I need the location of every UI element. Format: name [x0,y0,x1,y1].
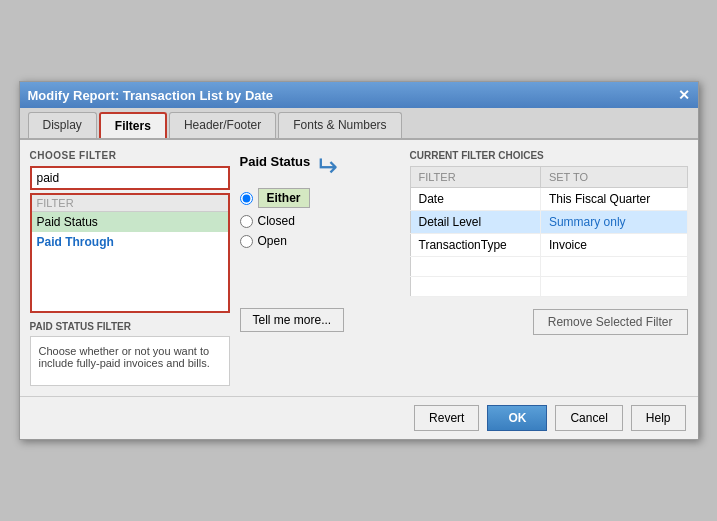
filter-cell: Detail Level [410,211,540,234]
col-filter: FILTER [410,167,540,188]
middle-top: Paid Status ↵ [240,150,400,183]
radio-closed[interactable]: Closed [240,214,400,228]
title-bar: Modify Report: Transaction List by Date … [20,82,698,108]
col-set-to: SET TO [540,167,687,188]
filter-title: Paid Status [240,154,311,169]
bottom-bar: Revert OK Cancel Help [20,396,698,439]
cancel-button[interactable]: Cancel [555,405,622,431]
tab-filters[interactable]: Filters [99,112,167,138]
set-to-cell: Summary only [540,211,687,234]
filter-list-header: FILTER [32,195,228,212]
arrow-icon: ↵ [315,150,338,183]
paid-status-description: Choose whether or not you want to includ… [30,336,230,386]
revert-button[interactable]: Revert [414,405,479,431]
middle-panel: Paid Status ↵ Either Closed Open Tell me… [240,150,400,386]
closed-label: Closed [258,214,295,228]
tab-bar: Display Filters Header/Footer Fonts & Nu… [20,108,698,140]
filter-cell: Date [410,188,540,211]
tab-display[interactable]: Display [28,112,97,138]
paid-status-section: PAID STATUS FILTER Choose whether or not… [30,321,230,386]
either-label: Either [258,188,310,208]
filter-item-paid-through[interactable]: Paid Through [32,232,228,252]
choose-filter-label: CHOOSE FILTER [30,150,230,161]
radio-either[interactable]: Either [240,188,400,208]
open-label: Open [258,234,287,248]
filter-search-input[interactable] [30,166,230,190]
remove-selected-filter-button[interactable]: Remove Selected Filter [533,309,688,335]
tell-me-more-button[interactable]: Tell me more... [240,308,345,332]
window-title: Modify Report: Transaction List by Date [28,88,274,103]
revert-area: Remove Selected Filter [410,301,688,335]
filter-item-paid-status[interactable]: Paid Status [32,212,228,232]
close-button[interactable]: ✕ [678,87,690,103]
radio-open[interactable]: Open [240,234,400,248]
table-row-empty [410,277,687,297]
table-row[interactable]: TransactionType Invoice [410,234,687,257]
radio-group: Either Closed Open [240,188,400,248]
filter-table: FILTER SET TO Date This Fiscal Quarter D… [410,166,688,297]
table-row-empty [410,257,687,277]
filter-cell: TransactionType [410,234,540,257]
paid-status-label: PAID STATUS FILTER [30,321,230,332]
set-to-cell: Invoice [540,234,687,257]
filter-list: FILTER Paid Status Paid Through [30,193,230,313]
tab-header-footer[interactable]: Header/Footer [169,112,276,138]
table-row[interactable]: Detail Level Summary only [410,211,687,234]
main-window: Modify Report: Transaction List by Date … [19,81,699,440]
ok-button[interactable]: OK [487,405,547,431]
tab-fonts-numbers[interactable]: Fonts & Numbers [278,112,401,138]
right-panel: CURRENT FILTER CHOICES FILTER SET TO Dat… [410,150,688,386]
main-content: CHOOSE FILTER FILTER Paid Status Paid Th… [20,140,698,396]
set-to-cell: This Fiscal Quarter [540,188,687,211]
left-panel: CHOOSE FILTER FILTER Paid Status Paid Th… [30,150,230,386]
table-row[interactable]: Date This Fiscal Quarter [410,188,687,211]
current-filter-label: CURRENT FILTER CHOICES [410,150,688,161]
help-button[interactable]: Help [631,405,686,431]
